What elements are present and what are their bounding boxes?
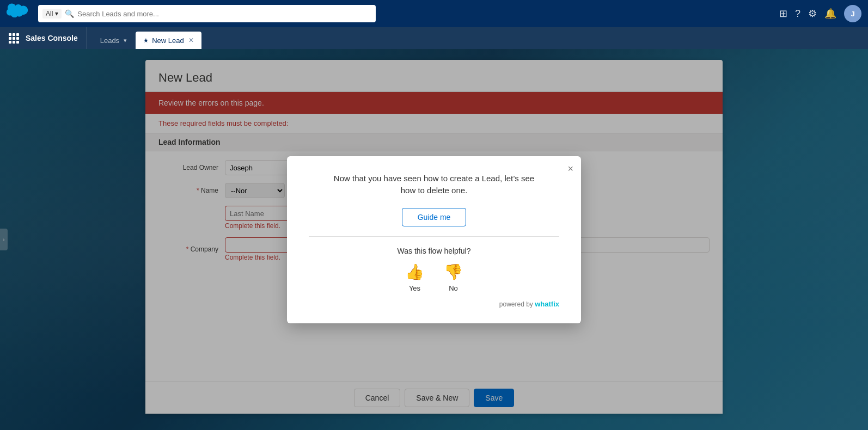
modal-overlay: × Now that you have seen how to create a…	[0, 49, 868, 430]
tab-leads[interactable]: Leads ▾	[93, 32, 135, 49]
powered-by: powered by whatfix	[309, 300, 559, 308]
chevron-down-icon: ▾	[55, 10, 58, 17]
app-launcher[interactable]: Sales Console	[7, 27, 87, 49]
tab-close-icon[interactable]: ✕	[188, 36, 194, 44]
add-icon[interactable]: ⊞	[779, 8, 787, 20]
salesforce-logo[interactable]	[7, 3, 28, 24]
whatfix-modal: × Now that you have seen how to create a…	[287, 156, 581, 323]
feedback-section: Was this flow helpful? 👍 Yes 👎 No powere…	[309, 247, 559, 308]
search-input[interactable]	[77, 10, 371, 18]
tab-new-lead[interactable]: ★ New Lead ✕	[136, 32, 201, 49]
thumbs-up-icon: 👍	[405, 263, 424, 281]
modal-close-button[interactable]: ×	[567, 164, 573, 174]
whatfix-brand: whatfix	[535, 300, 559, 308]
main-area: › New Lead Review the errors on this pag…	[0, 49, 868, 430]
modal-title: Now that you have seen how to create a L…	[309, 173, 559, 197]
app-name: Sales Console	[26, 34, 78, 42]
top-navigation: All ▾ 🔍 ⊞ ? ⚙ 🔔 J	[0, 0, 868, 27]
powered-by-text: powered by	[499, 300, 533, 308]
search-icon: 🔍	[65, 9, 74, 18]
search-bar[interactable]: All ▾ 🔍	[38, 5, 376, 22]
settings-icon[interactable]: ⚙	[808, 8, 817, 20]
feedback-no-button[interactable]: 👎 No	[444, 263, 463, 292]
chevron-down-icon: ▾	[124, 37, 127, 44]
modal-title-line2: how to delete one.	[401, 186, 468, 195]
nav-icons: ⊞ ? ⚙ 🔔 J	[779, 5, 861, 22]
question-icon[interactable]: ?	[795, 8, 800, 20]
tab-new-lead-label: New Lead	[152, 36, 184, 45]
modal-title-line1: Now that you have seen how to create a L…	[334, 174, 534, 183]
tab-bar: Sales Console Leads ▾ ★ New Lead ✕	[0, 27, 868, 49]
yes-label: Yes	[409, 284, 420, 292]
feedback-yes-button[interactable]: 👍 Yes	[405, 263, 424, 292]
search-dropdown[interactable]: All ▾	[42, 9, 62, 19]
avatar[interactable]: J	[844, 5, 861, 22]
feedback-question: Was this flow helpful?	[309, 247, 559, 255]
search-scope-label: All	[46, 10, 53, 17]
feedback-buttons: 👍 Yes 👎 No	[309, 263, 559, 292]
guide-me-button[interactable]: Guide me	[402, 208, 467, 226]
star-icon: ★	[143, 37, 149, 44]
grid-icon	[9, 33, 19, 44]
bell-icon[interactable]: 🔔	[824, 8, 836, 20]
thumbs-down-icon: 👎	[444, 263, 463, 281]
tab-leads-label: Leads	[100, 36, 119, 45]
modal-divider	[309, 236, 559, 237]
no-label: No	[449, 284, 458, 292]
